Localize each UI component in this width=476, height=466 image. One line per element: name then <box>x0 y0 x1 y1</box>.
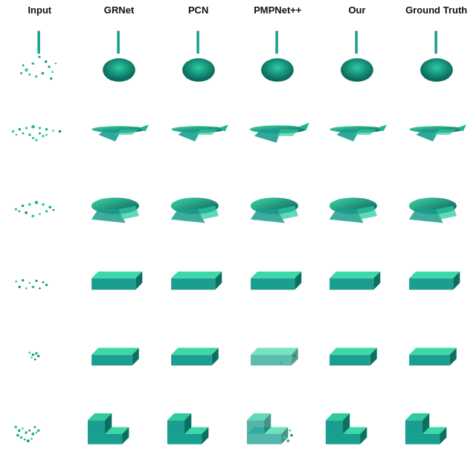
svg-point-21 <box>341 58 373 82</box>
svg-point-139 <box>25 431 28 434</box>
svg-point-137 <box>18 429 21 432</box>
header-grnet: GRNet <box>80 0 159 19</box>
r4-our <box>318 243 397 317</box>
svg-marker-131 <box>330 354 371 366</box>
r3-gt <box>396 168 476 243</box>
svg-marker-154 <box>88 420 105 433</box>
svg-marker-119 <box>92 354 133 366</box>
svg-rect-16 <box>196 31 199 54</box>
svg-point-146 <box>31 433 34 435</box>
svg-marker-133 <box>409 348 457 354</box>
r6-gt <box>396 392 476 466</box>
svg-point-9 <box>22 64 25 66</box>
r1-our <box>318 19 397 94</box>
svg-point-23 <box>420 58 453 82</box>
svg-point-63 <box>34 200 38 204</box>
svg-point-116 <box>34 358 36 360</box>
svg-point-12 <box>21 72 23 74</box>
svg-point-170 <box>290 434 293 437</box>
svg-point-87 <box>15 281 17 283</box>
r4-pmpnet <box>238 243 318 317</box>
r1-pmpnet <box>238 19 318 94</box>
svg-point-34 <box>35 138 37 141</box>
svg-point-91 <box>42 281 45 284</box>
r6-grnet <box>80 392 159 466</box>
r5-grnet <box>80 317 159 392</box>
svg-rect-0 <box>38 31 41 54</box>
svg-marker-157 <box>167 434 202 444</box>
svg-point-11 <box>55 62 57 64</box>
svg-point-115 <box>35 352 38 355</box>
svg-point-144 <box>27 439 30 442</box>
svg-point-13 <box>50 77 53 80</box>
svg-point-149 <box>33 426 36 428</box>
svg-point-67 <box>31 214 34 217</box>
svg-point-7 <box>45 60 48 63</box>
svg-point-88 <box>22 279 25 282</box>
svg-point-32 <box>28 133 31 136</box>
svg-point-35 <box>39 132 41 134</box>
svg-point-142 <box>20 436 23 439</box>
svg-point-38 <box>22 132 24 134</box>
svg-point-94 <box>31 286 34 289</box>
svg-point-148 <box>37 429 40 432</box>
r5-input <box>0 317 80 392</box>
svg-point-39 <box>15 133 17 135</box>
r2-grnet <box>80 94 159 168</box>
svg-point-6 <box>29 73 31 75</box>
svg-marker-107 <box>330 278 374 290</box>
r4-input <box>0 243 80 317</box>
svg-point-141 <box>16 434 19 437</box>
svg-point-10 <box>39 55 42 58</box>
svg-point-61 <box>22 204 25 207</box>
svg-point-93 <box>25 287 28 290</box>
svg-point-5 <box>35 75 38 78</box>
svg-point-2 <box>25 68 28 71</box>
r1-gt <box>396 19 476 94</box>
svg-point-117 <box>37 354 40 357</box>
svg-marker-110 <box>409 278 453 290</box>
svg-marker-122 <box>171 354 212 366</box>
r5-our <box>318 317 397 392</box>
header-input: Input <box>0 0 80 19</box>
svg-point-36 <box>42 135 45 138</box>
r5-pcn <box>158 317 238 392</box>
svg-point-62 <box>28 202 31 205</box>
svg-marker-124 <box>251 348 298 354</box>
svg-point-65 <box>48 205 51 208</box>
svg-point-37 <box>45 133 48 135</box>
svg-point-113 <box>31 354 34 357</box>
r2-input <box>0 94 80 168</box>
svg-point-114 <box>30 357 33 359</box>
svg-point-171 <box>289 430 292 432</box>
svg-marker-103 <box>251 272 301 278</box>
svg-point-31 <box>59 130 62 133</box>
svg-point-128 <box>280 362 282 364</box>
r5-pmpnet <box>238 317 318 392</box>
svg-marker-176 <box>326 420 343 433</box>
header-our: Our <box>318 0 397 19</box>
r5-gt <box>396 317 476 392</box>
svg-point-92 <box>18 286 21 289</box>
svg-point-24 <box>12 130 15 133</box>
r3-pmpnet <box>238 168 318 243</box>
svg-point-147 <box>35 432 37 434</box>
svg-point-19 <box>261 58 294 82</box>
r6-pcn <box>158 392 238 466</box>
svg-point-17 <box>182 58 215 82</box>
svg-marker-134 <box>409 354 450 366</box>
svg-point-15 <box>103 58 135 82</box>
svg-point-71 <box>52 208 54 211</box>
header-pcn: PCN <box>158 0 238 19</box>
svg-point-26 <box>25 127 28 130</box>
svg-point-29 <box>45 128 48 131</box>
svg-rect-20 <box>355 31 358 54</box>
svg-point-28 <box>39 127 42 130</box>
svg-point-25 <box>19 128 22 131</box>
svg-point-27 <box>31 124 35 128</box>
svg-point-3 <box>42 71 45 74</box>
svg-marker-101 <box>171 278 215 290</box>
r3-pcn <box>158 168 238 243</box>
r2-our <box>318 94 397 168</box>
svg-point-145 <box>30 438 33 440</box>
